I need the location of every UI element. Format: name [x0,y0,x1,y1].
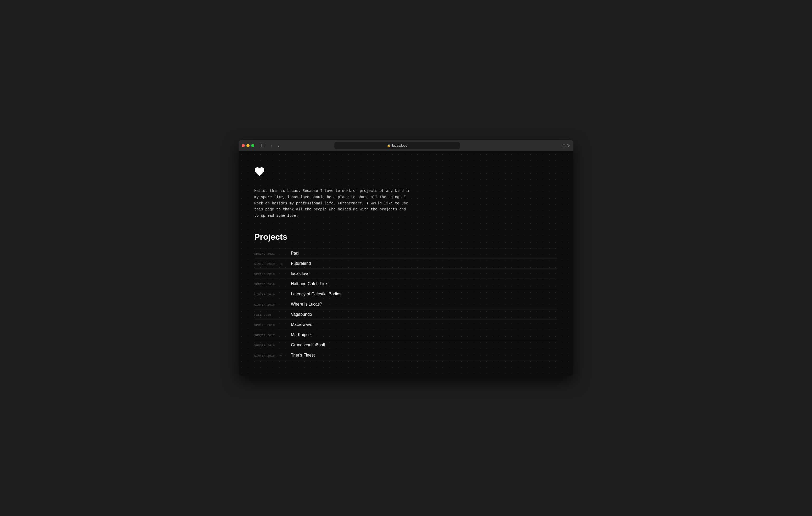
logo [254,167,558,188]
project-row[interactable]: WINTER 2019Latency of Celestial Bodies [254,289,558,299]
back-button[interactable]: ‹ [268,143,275,149]
project-date: SUMMER 2017 [254,334,291,337]
project-date: WINTER 2019 - ∞ [254,263,291,266]
project-date: WINTER 2015 - ∞ [254,354,291,357]
project-date: SPRING 2019 [254,273,291,276]
project-date: WINTER 2019 [254,293,291,296]
minimize-button[interactable] [246,144,250,147]
project-date: SPRING 2019 [254,283,291,286]
traffic-lights [242,144,254,147]
project-list: SPRING 2021PagiWINTER 2019 - ∞Futureland… [254,248,558,361]
url-text: lucas.love [392,144,407,147]
browser-window: ‹ › 🔒 lucas.love ⊡ ↻ Hallo, this is Luca… [239,140,573,376]
svg-rect-0 [260,144,264,147]
close-button[interactable] [242,144,245,147]
project-date: WINTER 2018 [254,303,291,306]
browser-actions: ⊡ ↻ [562,144,570,148]
project-row[interactable]: SPRING 2019lucas.love [254,269,558,279]
nav-buttons: ‹ › [268,143,282,149]
project-row[interactable]: SUMMER 2016Grundschulfußball [254,340,558,350]
project-row[interactable]: WINTER 2018Where is Lucas? [254,299,558,309]
project-row[interactable]: SPRING 2021Pagi [254,248,558,259]
project-row[interactable]: FALL 2018Vagabundo [254,309,558,320]
project-name: Halt and Catch Fire [291,281,327,286]
project-name: lucas.love [291,271,310,276]
maximize-button[interactable] [251,144,254,147]
lock-icon: 🔒 [387,144,390,147]
projects-section: Projects SPRING 2021PagiWINTER 2019 - ∞F… [254,232,558,361]
project-name: Vagabundo [291,312,312,317]
project-name: Mr. Knipser [291,333,312,337]
reload-icon[interactable]: ↻ [567,144,570,148]
forward-button[interactable]: › [276,143,282,149]
share-icon[interactable]: ⊡ [562,144,566,148]
project-row[interactable]: SUMMER 2017Mr. Knipser [254,330,558,340]
browser-content: Hallo, this is Lucas. Because I love to … [239,151,573,376]
project-date: FALL 2018 [254,313,291,316]
project-row[interactable]: WINTER 2019 - ∞Futureland [254,259,558,269]
address-bar[interactable]: 🔒 lucas.love [334,142,460,149]
project-name: Trier's Finest [291,353,315,358]
browser-chrome: ‹ › 🔒 lucas.love ⊡ ↻ [239,140,573,151]
project-date: SUMMER 2016 [254,344,291,347]
project-name: Pagi [291,251,299,256]
project-row[interactable]: SPRING 2019Halt and Catch Fire [254,279,558,289]
project-row[interactable]: WINTER 2015 - ∞Trier's Finest [254,350,558,361]
project-name: Latency of Celestial Bodies [291,292,341,297]
project-date: SPRING 2021 [254,252,291,255]
project-date: SPRING 2018 [254,324,291,327]
project-name: Futureland [291,261,311,266]
project-name: Where is Lucas? [291,302,322,307]
project-row[interactable]: SPRING 2018Macrowave [254,320,558,330]
projects-title: Projects [254,232,558,242]
project-name: Grundschulfußball [291,343,325,347]
intro-text: Hallo, this is Lucas. Because I love to … [254,188,411,219]
project-name: Macrowave [291,322,312,327]
sidebar-toggle-icon[interactable] [258,142,266,149]
